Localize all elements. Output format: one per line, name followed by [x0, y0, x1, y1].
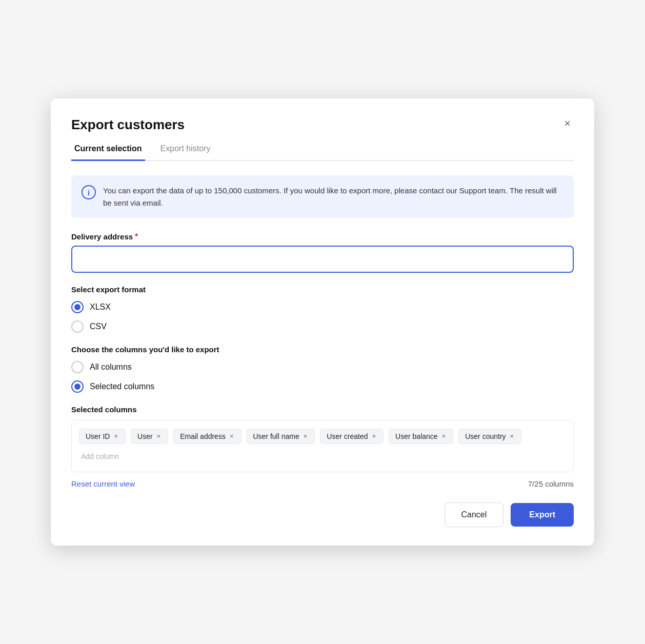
column-tag-user-balance: User balance×: [389, 429, 453, 444]
add-column-placeholder[interactable]: Add column: [79, 449, 121, 464]
column-tag-label-user-id: User ID: [86, 432, 110, 440]
radio-option-all-columns[interactable]: All columns: [71, 361, 574, 373]
cancel-button[interactable]: Cancel: [445, 502, 504, 527]
close-button[interactable]: ×: [561, 117, 574, 130]
radio-circle-xlsx: [71, 301, 84, 313]
tab-export-history[interactable]: Export history: [157, 138, 214, 161]
column-tag-user-country: User country×: [458, 429, 521, 444]
delivery-address-input[interactable]: [71, 246, 574, 273]
column-tag-remove-user-balance[interactable]: ×: [441, 433, 447, 439]
column-tag-user-created: User created×: [320, 429, 384, 444]
columns-choice-radio-group: All columns Selected columns: [71, 361, 574, 393]
column-tag-label-user: User: [137, 432, 153, 440]
column-tag-user-id: User ID×: [79, 429, 126, 444]
export-format-radio-group: XLSX CSV: [71, 301, 574, 333]
column-tag-label-user-balance: User balance: [395, 432, 438, 440]
columns-choice-label: Choose the columns you'd like to export: [71, 345, 574, 354]
column-tag-label-email-address: Email address: [180, 432, 226, 440]
radio-circle-all-columns: [71, 361, 84, 373]
delivery-address-label: Delivery address *: [71, 232, 574, 242]
tabs-bar: Current selection Export history: [71, 138, 574, 161]
column-tag-label-user-created: User created: [327, 432, 368, 440]
radio-circle-csv: [71, 320, 84, 333]
export-customers-modal: Export customers × Current selection Exp…: [51, 98, 594, 546]
radio-option-xlsx[interactable]: XLSX: [71, 301, 574, 313]
radio-option-selected-columns[interactable]: Selected columns: [71, 380, 574, 393]
column-tag-label-user-full-name: User full name: [253, 432, 299, 440]
column-tag-remove-email-address[interactable]: ×: [229, 433, 235, 439]
radio-circle-selected-columns: [71, 380, 84, 393]
export-format-label: Select export format: [71, 285, 574, 294]
export-format-section: Select export format XLSX CSV: [71, 285, 574, 333]
footer-row: Reset current view 7/25 columns: [71, 479, 574, 488]
column-tag-remove-user[interactable]: ×: [156, 433, 162, 439]
column-tag-remove-user-country[interactable]: ×: [509, 433, 515, 439]
tab-current-selection[interactable]: Current selection: [71, 138, 145, 161]
radio-label-all-columns: All columns: [90, 363, 132, 372]
column-tag-email-address: Email address×: [173, 429, 241, 444]
info-banner: i You can export the data of up to 150,0…: [71, 175, 574, 218]
action-row: Cancel Export: [71, 502, 574, 527]
reset-current-view-button[interactable]: Reset current view: [71, 479, 135, 488]
radio-label-csv: CSV: [90, 322, 107, 331]
columns-choice-section: Choose the columns you'd like to export …: [71, 345, 574, 393]
selected-columns-label: Selected columns: [71, 405, 574, 414]
column-tag-remove-user-id[interactable]: ×: [113, 433, 119, 439]
column-tag-user: User×: [131, 429, 168, 444]
radio-label-selected-columns: Selected columns: [90, 382, 154, 391]
column-tag-user-full-name: User full name×: [247, 429, 315, 444]
selected-columns-section: Selected columns User ID×User×Email addr…: [71, 405, 574, 472]
column-tag-remove-user-created[interactable]: ×: [371, 433, 377, 439]
radio-option-csv[interactable]: CSV: [71, 320, 574, 333]
info-banner-text: You can export the data of up to 150,000…: [103, 185, 563, 209]
radio-label-xlsx: XLSX: [90, 303, 111, 312]
export-button[interactable]: Export: [511, 503, 574, 527]
delivery-address-field: Delivery address *: [71, 232, 574, 285]
column-tag-label-user-country: User country: [465, 432, 506, 440]
required-indicator: *: [135, 232, 138, 242]
modal-header: Export customers ×: [71, 117, 574, 133]
selected-columns-box: User ID×User×Email address×User full nam…: [71, 420, 574, 472]
column-tag-remove-user-full-name[interactable]: ×: [303, 433, 309, 439]
info-icon: i: [82, 185, 96, 199]
columns-count: 7/25 columns: [528, 479, 574, 488]
modal-title: Export customers: [71, 117, 185, 133]
